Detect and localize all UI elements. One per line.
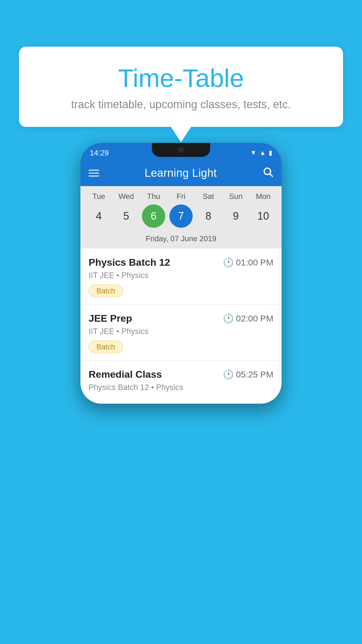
status-icons: ▼ ▲ ▮ (250, 149, 272, 157)
schedule-time-3: 🕐 05:25 PM (223, 369, 273, 379)
day-tue: Tue (87, 192, 110, 201)
day-sat: Sat (197, 192, 220, 201)
phone-camera (178, 147, 184, 153)
app-title: Learning Light (145, 167, 217, 179)
calendar-dates: 4 5 6 7 8 9 10 (85, 204, 277, 228)
schedule-time-1: 🕐 01:00 PM (223, 257, 273, 267)
clock-icon-1: 🕐 (223, 257, 234, 267)
schedule-item-1-header: Physics Batch 12 🕐 01:00 PM (89, 257, 273, 268)
calendar-days-header: Tue Wed Thu Fri Sat Sun Mon (85, 192, 277, 201)
speech-bubble-container: Time-Table track timetable, upcoming cla… (19, 47, 343, 127)
phone-frame: 14:29 ▼ ▲ ▮ Learning Light (80, 143, 282, 404)
schedule-item-3[interactable]: Remedial Class 🕐 05:25 PM Physics Batch … (80, 360, 282, 404)
schedule-subtitle-1: IIT JEE • Physics (89, 271, 273, 280)
date-10[interactable]: 10 (252, 204, 275, 228)
day-thu: Thu (142, 192, 165, 201)
date-5[interactable]: 5 (115, 204, 138, 228)
svg-line-1 (270, 174, 273, 176)
phone-notch (152, 143, 210, 157)
date-8[interactable]: 8 (197, 204, 220, 228)
signal-icon: ▲ (259, 149, 266, 157)
schedule-subtitle-3: Physics Batch 12 • Physics (89, 383, 273, 392)
day-mon: Mon (252, 192, 275, 201)
phone-screen: 14:29 ▼ ▲ ▮ Learning Light (80, 143, 282, 404)
bubble-title: Time-Table (31, 64, 331, 92)
schedule-title-2: JEE Prep (89, 313, 132, 324)
bubble-subtitle: track timetable, upcoming classes, tests… (31, 98, 331, 111)
day-wed: Wed (115, 192, 138, 201)
schedule-item-1[interactable]: Physics Batch 12 🕐 01:00 PM IIT JEE • Ph… (80, 249, 282, 304)
date-9[interactable]: 9 (224, 204, 247, 228)
schedule-item-2[interactable]: JEE Prep 🕐 02:00 PM IIT JEE • Physics Ba… (80, 304, 282, 360)
day-fri: Fri (169, 192, 193, 201)
schedule-item-2-header: JEE Prep 🕐 02:00 PM (89, 313, 273, 324)
selected-date-label: Friday, 07 June 2019 (85, 232, 277, 246)
clock-icon-2: 🕐 (223, 313, 234, 323)
date-6-today[interactable]: 6 (142, 204, 165, 228)
schedule-title-3: Remedial Class (89, 369, 162, 380)
day-sun: Sun (224, 192, 247, 201)
speech-bubble: Time-Table track timetable, upcoming cla… (19, 47, 343, 127)
phone-wrapper: 14:29 ▼ ▲ ▮ Learning Light (80, 143, 282, 404)
clock-icon-3: 🕐 (223, 369, 234, 379)
app-bar: Learning Light (80, 160, 282, 186)
calendar-section: Tue Wed Thu Fri Sat Sun Mon 4 5 6 7 8 9 … (80, 186, 282, 249)
battery-icon: ▮ (269, 149, 272, 157)
schedule-item-3-header: Remedial Class 🕐 05:25 PM (89, 369, 273, 380)
date-7-selected[interactable]: 7 (169, 204, 193, 228)
schedule-list: Physics Batch 12 🕐 01:00 PM IIT JEE • Ph… (80, 249, 282, 404)
schedule-subtitle-2: IIT JEE • Physics (89, 327, 273, 336)
menu-icon[interactable] (89, 170, 99, 176)
batch-badge-1: Batch (89, 285, 123, 297)
batch-badge-2: Batch (89, 341, 123, 353)
schedule-time-2: 🕐 02:00 PM (223, 313, 273, 323)
date-4[interactable]: 4 (87, 204, 110, 228)
status-time: 14:29 (90, 148, 109, 158)
search-icon[interactable] (262, 166, 273, 180)
schedule-title-1: Physics Batch 12 (89, 257, 170, 268)
wifi-icon: ▼ (250, 149, 256, 157)
